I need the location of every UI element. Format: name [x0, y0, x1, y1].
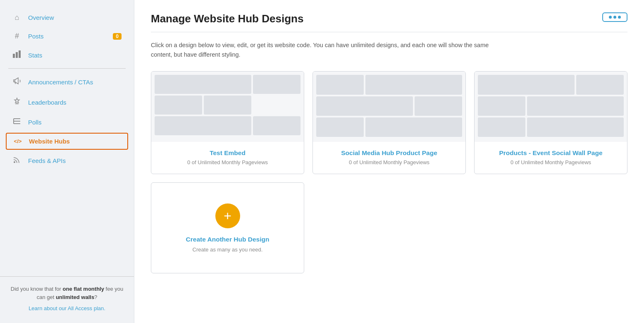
sidebar-item-label-feeds: Feeds & APIs	[28, 157, 66, 164]
promo-text: Did you know that for one flat monthly f…	[11, 286, 123, 301]
create-hub-title: Create Another Hub Design	[186, 236, 270, 243]
svg-point-7	[14, 161, 15, 163]
dots-menu-button[interactable]	[602, 12, 627, 22]
sidebar-item-website-hubs[interactable]: </> Website Hubs	[6, 133, 128, 150]
card-preview-social-media-hub	[313, 72, 465, 142]
sidebar-item-stats[interactable]: Stats	[0, 45, 134, 65]
hub-card-test-embed[interactable]: Test Embed 0 of Unlimited Monthly Pagevi…	[151, 71, 304, 174]
sidebar-item-label-posts: Posts	[28, 33, 44, 40]
sidebar-item-polls[interactable]: Polls	[0, 112, 134, 132]
create-hub-subtitle: Create as many as you need.	[193, 246, 263, 253]
posts-badge: 0	[113, 33, 122, 40]
home-icon: ⌂	[12, 13, 21, 22]
sidebar-item-label-overview: Overview	[28, 14, 54, 21]
main-header: Manage Website Hub Designs	[151, 12, 627, 25]
svg-rect-1	[16, 52, 18, 58]
sidebar-item-label-stats: Stats	[28, 52, 42, 59]
leaderboard-icon	[12, 97, 21, 108]
card-info-social-media-hub: Social Media Hub Product Page 0 of Unlim…	[313, 142, 465, 174]
sidebar-divider-1	[8, 68, 126, 69]
sidebar-item-leaderboards[interactable]: Leaderboards	[0, 92, 134, 112]
page-title: Manage Website Hub Designs	[151, 12, 303, 25]
main-content: Manage Website Hub Designs Click on a de…	[134, 0, 644, 323]
sidebar-nav: ⌂ Overview # Posts 0 Stats	[0, 0, 134, 175]
stats-icon	[12, 50, 21, 60]
plus-icon: +	[224, 209, 231, 223]
sidebar-item-overview[interactable]: ⌂ Overview	[0, 8, 134, 27]
card-subtitle-social-media-hub: 0 of Unlimited Monthly Pageviews	[320, 159, 459, 165]
dot-2	[613, 16, 616, 19]
hub-cards-grid: Test Embed 0 of Unlimited Monthly Pagevi…	[151, 71, 627, 273]
sidebar-promo: Did you know that for one flat monthly f…	[0, 276, 134, 323]
sidebar-item-announcements[interactable]: Announcements / CTAs	[0, 72, 134, 92]
all-access-link[interactable]: Learn about our All Access plan.	[10, 304, 124, 313]
feeds-icon	[12, 156, 21, 166]
announce-icon	[12, 77, 21, 87]
sidebar-item-label-website-hubs: Website Hubs	[29, 138, 70, 145]
sidebar-item-label-polls: Polls	[28, 119, 42, 126]
polls-icon	[12, 117, 21, 127]
hub-card-social-media-hub[interactable]: Social Media Hub Product Page 0 of Unlim…	[312, 71, 466, 174]
card-info-test-embed: Test Embed 0 of Unlimited Monthly Pagevi…	[151, 142, 304, 174]
card-info-products-event: Products - Event Social Wall Page 0 of U…	[475, 142, 627, 174]
create-hub-icon: +	[215, 203, 240, 228]
create-hub-card[interactable]: + Create Another Hub Design Create as ma…	[151, 182, 304, 273]
dot-1	[609, 16, 612, 19]
main-divider	[151, 32, 627, 32]
card-subtitle-products-event: 0 of Unlimited Monthly Pageviews	[481, 159, 620, 165]
card-title-products-event: Products - Event Social Wall Page	[481, 149, 620, 157]
main-description: Click on a design below to view, edit, o…	[151, 41, 506, 60]
sidebar-item-feeds-apis[interactable]: Feeds & APIs	[0, 151, 134, 171]
sidebar-item-label-leaderboards: Leaderboards	[28, 99, 67, 106]
card-subtitle-test-embed: 0 of Unlimited Monthly Pageviews	[158, 159, 297, 165]
card-title-test-embed: Test Embed	[158, 149, 297, 157]
hash-icon: #	[12, 32, 21, 41]
sidebar: ⌂ Overview # Posts 0 Stats	[0, 0, 134, 323]
sidebar-item-label-announcements: Announcements / CTAs	[28, 79, 93, 86]
sidebar-item-posts[interactable]: # Posts 0	[0, 27, 134, 45]
svg-rect-0	[13, 54, 15, 58]
dot-3	[618, 16, 621, 19]
card-title-social-media-hub: Social Media Hub Product Page	[320, 149, 459, 157]
hub-card-products-event[interactable]: Products - Event Social Wall Page 0 of U…	[474, 71, 627, 174]
card-preview-test-embed	[151, 72, 304, 142]
card-preview-products-event	[475, 72, 627, 142]
svg-rect-2	[19, 50, 21, 58]
code-icon: </>	[13, 138, 22, 144]
